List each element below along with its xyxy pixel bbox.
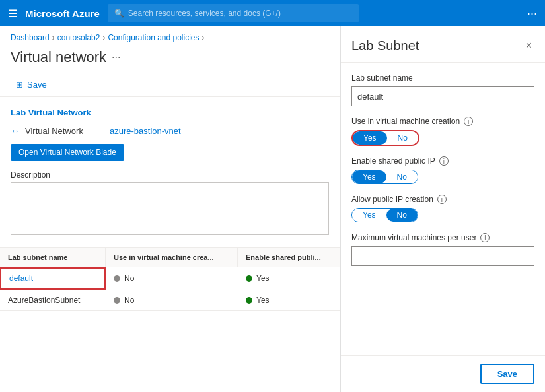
vm-creation-label: Use in virtual machine creation i xyxy=(351,117,534,126)
main-container: Dashboard › contosolab2 › Configuration … xyxy=(0,26,545,392)
save-icon: ⊞ xyxy=(16,80,23,90)
search-input[interactable] xyxy=(128,9,352,18)
max-vms-label: Maximum virtual machines per user i xyxy=(351,233,534,242)
vnet-label: Virtual Network xyxy=(25,126,104,136)
table-row[interactable]: default No Yes No xyxy=(0,267,340,290)
public-ip-info-icon[interactable]: i xyxy=(437,195,447,204)
panel-save-button[interactable]: Save xyxy=(480,364,534,384)
search-bar[interactable]: 🔍 xyxy=(108,4,359,22)
vm-creation-group: Use in virtual machine creation i Yes No xyxy=(351,117,534,146)
shared-ip-no-button[interactable]: No xyxy=(386,170,418,183)
subnet-table: Lab subnet name Use in virtual machine c… xyxy=(0,247,340,311)
panel-header: Lab Subnet × xyxy=(341,26,545,63)
vnet-icon: ↔ xyxy=(11,125,20,136)
vm-creation-no-button[interactable]: No xyxy=(387,131,418,145)
hamburger-icon[interactable]: ☰ xyxy=(8,7,17,20)
td-shared-2: Yes xyxy=(238,290,340,310)
status-dot-vm-1 xyxy=(114,275,120,282)
toolbar: ⊞ Save xyxy=(0,73,340,97)
panel-body: Lab subnet name Use in virtual machine c… xyxy=(341,63,545,355)
max-vms-group: Maximum virtual machines per user i xyxy=(351,233,534,266)
breadcrumb-lab[interactable]: contosolab2 xyxy=(57,33,100,42)
td-vm-2: No xyxy=(106,290,238,310)
brand-label: Microsoft Azure xyxy=(25,8,100,19)
shared-ip-info-icon[interactable]: i xyxy=(439,156,449,166)
vm-creation-info-icon[interactable]: i xyxy=(464,117,473,126)
td-name-2[interactable]: AzureBastionSubnet xyxy=(0,290,106,310)
subnet-name-group: Lab subnet name xyxy=(351,73,534,106)
public-ip-no-button[interactable]: No xyxy=(386,209,418,222)
table-header: Lab subnet name Use in virtual machine c… xyxy=(0,247,340,267)
public-ip-yes-button[interactable]: Yes xyxy=(352,209,386,222)
td-shared-1: Yes xyxy=(238,267,340,290)
left-panel: Dashboard › contosolab2 › Configuration … xyxy=(0,26,340,392)
vm-creation-toggle: Yes No xyxy=(351,130,419,146)
shared-ip-yes-button[interactable]: Yes xyxy=(352,170,386,183)
page-more-icon[interactable]: ··· xyxy=(112,51,120,63)
col-header-vm: Use in virtual machine crea... xyxy=(106,248,238,267)
status-dot-vm-2 xyxy=(114,297,120,304)
open-blade-button[interactable]: Open Virtual Network Blade xyxy=(11,144,124,161)
shared-ip-group: Enable shared public IP i Yes No xyxy=(351,156,534,184)
col-header-shared: Enable shared publi... xyxy=(238,248,340,267)
public-ip-group: Allow public IP creation i Yes No xyxy=(351,195,534,222)
status-dot-shared-1 xyxy=(246,275,252,282)
vm-creation-yes-button[interactable]: Yes xyxy=(353,131,387,145)
section-title: Lab Virtual Network xyxy=(0,97,340,123)
breadcrumb: Dashboard › contosolab2 › Configuration … xyxy=(0,26,340,45)
td-vm-label-1: No xyxy=(124,274,134,283)
save-top-label: Save xyxy=(27,80,47,90)
td-vm-1: No xyxy=(106,267,238,290)
save-top-button[interactable]: ⊞ Save xyxy=(11,77,52,92)
search-icon: 🔍 xyxy=(114,9,124,18)
page-title: Virtual network xyxy=(11,49,106,66)
page-title-row: Virtual network ··· xyxy=(0,45,340,73)
status-dot-shared-2 xyxy=(246,297,252,304)
close-panel-button[interactable]: × xyxy=(523,37,534,54)
td-shared-label-1: Yes xyxy=(256,274,270,283)
col-header-name: Lab subnet name xyxy=(0,248,106,267)
table-row[interactable]: AzureBastionSubnet No Yes No xyxy=(0,290,340,311)
panel-footer: Save xyxy=(341,355,545,392)
max-vms-info-icon[interactable]: i xyxy=(480,233,490,242)
vnet-value[interactable]: azure-bastion-vnet xyxy=(110,126,181,136)
right-panel: Lab Subnet × Lab subnet name Use in virt… xyxy=(340,26,545,392)
vnet-row: ↔ Virtual Network azure-bastion-vnet xyxy=(0,123,340,139)
subnet-name-input[interactable] xyxy=(351,86,534,106)
td-vm-label-2: No xyxy=(124,296,134,305)
top-nav: ☰ Microsoft Azure 🔍 ··· xyxy=(0,0,545,26)
shared-ip-label: Enable shared public IP i xyxy=(351,156,534,166)
td-shared-label-2: Yes xyxy=(256,296,270,305)
description-textarea[interactable] xyxy=(11,182,329,235)
public-ip-toggle: Yes No xyxy=(351,208,418,222)
breadcrumb-dashboard[interactable]: Dashboard xyxy=(11,33,50,42)
shared-ip-toggle: Yes No xyxy=(351,170,418,184)
max-vms-input[interactable] xyxy=(351,246,534,266)
public-ip-label: Allow public IP creation i xyxy=(351,195,534,204)
td-name-1[interactable]: default xyxy=(0,267,106,290)
breadcrumb-config[interactable]: Configuration and policies xyxy=(108,33,199,42)
more-options-icon[interactable]: ··· xyxy=(527,7,537,20)
subnet-name-label: Lab subnet name xyxy=(351,73,534,82)
description-label: Description xyxy=(0,166,340,182)
panel-title: Lab Subnet xyxy=(351,38,419,53)
